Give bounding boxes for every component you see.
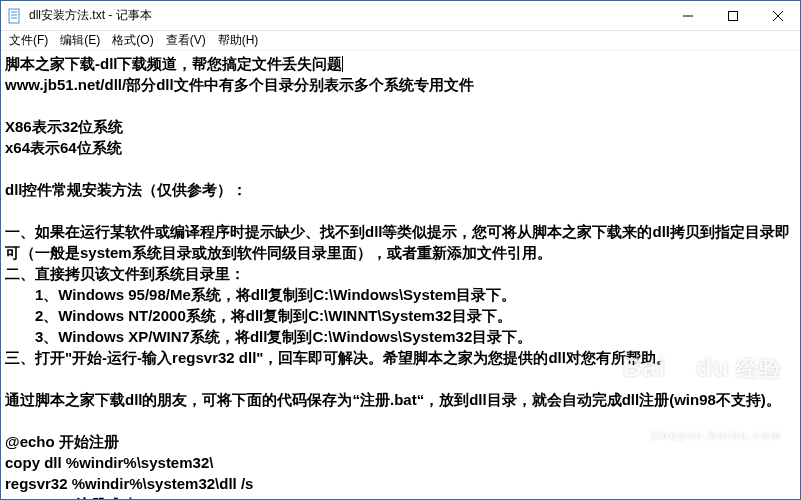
menu-help-label: 帮助(H) xyxy=(218,33,259,47)
close-button[interactable] xyxy=(755,1,800,30)
doc-line: @echo dll注册成功 xyxy=(5,496,136,499)
svg-point-10 xyxy=(674,367,678,371)
window-title: dll安装方法.txt - 记事本 xyxy=(29,7,152,24)
doc-line: www.jb51.net/dll/部分dll文件中有多个目录分别表示多个系统专用… xyxy=(5,76,474,93)
doc-line: 一、如果在运行某软件或编译程序时提示缺少、找不到dll等类似提示，您可将从脚本之… xyxy=(5,223,790,261)
titlebar: dll安装方法.txt - 记事本 xyxy=(1,1,800,31)
doc-line: 3、Windows XP/WIN7系统，将dll复制到C:\Windows\Sy… xyxy=(5,328,532,345)
doc-line: 脚本之家下载-dll下载频道，帮您搞定文件丢失问题 xyxy=(5,55,343,72)
text-area[interactable]: 脚本之家下载-dll下载频道，帮您搞定文件丢失问题 www.jb51.net/d… xyxy=(1,51,800,499)
menu-view-label: 查看(V) xyxy=(166,33,206,47)
watermark-brand-du: du xyxy=(696,349,730,385)
minimize-button[interactable] xyxy=(665,1,710,30)
svg-rect-5 xyxy=(728,11,737,20)
doc-line: copy dll %windir%\system32\ xyxy=(5,454,213,471)
menu-view[interactable]: 查看(V) xyxy=(160,31,212,50)
menu-edit[interactable]: 编辑(E) xyxy=(54,31,106,50)
menu-help[interactable]: 帮助(H) xyxy=(212,31,265,50)
doc-line: x64表示64位系统 xyxy=(5,139,122,156)
watermark-url: jingyan.baidu.com xyxy=(623,428,782,443)
doc-line: X86表示32位系统 xyxy=(5,118,123,135)
doc-line: regsvr32 %windir%\system32\dll /s xyxy=(5,475,253,492)
svg-point-9 xyxy=(683,361,688,366)
svg-point-12 xyxy=(677,368,685,374)
menu-file[interactable]: 文件(F) xyxy=(3,31,54,50)
notepad-icon xyxy=(7,8,23,24)
doc-line: 2、Windows NT/2000系统，将dll复制到C:\WINNT\Syst… xyxy=(5,307,512,324)
close-icon xyxy=(773,11,783,21)
doc-line: 1、Windows 95/98/Me系统，将dll复制到C:\Windows\S… xyxy=(5,286,516,303)
menu-format-label: 格式(O) xyxy=(112,33,153,47)
maximize-icon xyxy=(728,11,738,21)
doc-line: 二、直接拷贝该文件到系统目录里： xyxy=(5,265,245,282)
menu-file-label: 文件(F) xyxy=(9,33,48,47)
minimize-icon xyxy=(683,11,693,21)
menu-format[interactable]: 格式(O) xyxy=(106,31,159,50)
doc-line: 三、打开"开始-运行-输入regsvr32 dll"，回车即可解决。希望脚本之家… xyxy=(5,349,671,366)
text-caret xyxy=(342,56,343,72)
menu-edit-label: 编辑(E) xyxy=(60,33,100,47)
watermark-brand-cn: 经验 xyxy=(736,354,782,385)
menubar: 文件(F) 编辑(E) 格式(O) 查看(V) 帮助(H) xyxy=(1,31,800,51)
svg-rect-0 xyxy=(9,9,19,23)
doc-line: 通过脚本之家下载dll的朋友，可将下面的代码保存为“注册.bat“，放到dll目… xyxy=(5,391,781,408)
paw-icon xyxy=(672,358,690,376)
maximize-button[interactable] xyxy=(710,1,755,30)
svg-point-11 xyxy=(685,367,689,371)
doc-line: dll控件常规安装方法（仅供参考）： xyxy=(5,181,248,198)
doc-line: @echo 开始注册 xyxy=(5,433,119,450)
svg-point-8 xyxy=(675,361,680,366)
app-window: dll安装方法.txt - 记事本 文件(F) 编辑(E) 格式(O) 查看(V… xyxy=(0,0,801,500)
